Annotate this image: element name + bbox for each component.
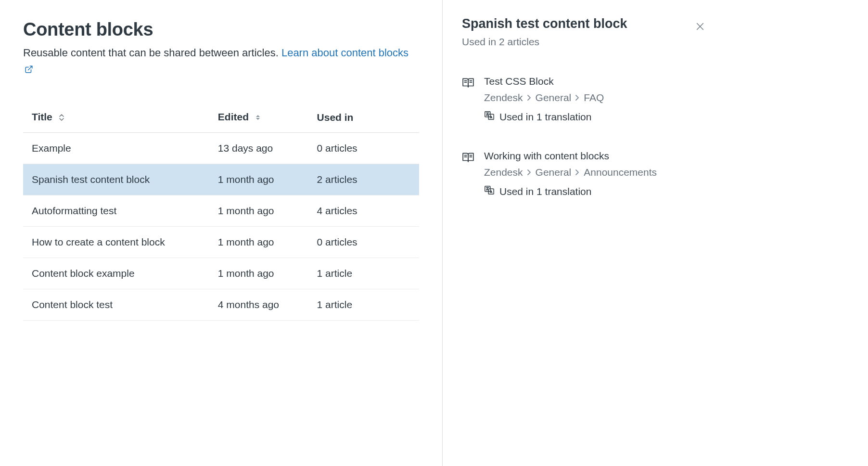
- table-header-usedin[interactable]: Used in: [308, 105, 419, 133]
- translation-text: Used in 1 translation: [499, 111, 591, 123]
- breadcrumb-item: General: [536, 167, 572, 178]
- close-icon: [695, 26, 705, 33]
- table-cell-edited: 4 months ago: [209, 289, 308, 321]
- breadcrumb-item: Zendesk: [484, 92, 523, 104]
- detail-header: Spanish test content block Used in 2 art…: [462, 16, 707, 76]
- article-title: Working with content blocks: [484, 150, 707, 162]
- main-panel: Content blocks Reusable content that can…: [0, 0, 443, 466]
- table-cell-title: How to create a content block: [23, 227, 209, 258]
- table-cell-title: Spanish test content block: [23, 164, 209, 195]
- detail-title: Spanish test content block: [462, 16, 627, 31]
- close-button[interactable]: [693, 19, 707, 35]
- table-row[interactable]: How to create a content block1 month ago…: [23, 227, 419, 258]
- table-cell-edited: 13 days ago: [209, 133, 308, 164]
- learn-link-label: Learn about content blocks: [281, 47, 408, 59]
- table-cell-used_in: 2 articles: [308, 164, 419, 195]
- breadcrumb: ZendeskGeneralAnnouncements: [484, 167, 707, 178]
- table-cell-edited: 1 month ago: [209, 164, 308, 195]
- content-blocks-table: Title Edited Used in: [23, 105, 419, 321]
- table-row[interactable]: Autoformatting test1 month ago4 articles: [23, 195, 419, 227]
- table-cell-title: Example: [23, 133, 209, 164]
- table-row[interactable]: Example13 days ago0 articles: [23, 133, 419, 164]
- article-title: Test CSS Block: [484, 76, 707, 87]
- table-cell-edited: 1 month ago: [209, 258, 308, 289]
- chevron-right-icon: [575, 92, 580, 104]
- table-cell-used_in: 4 articles: [308, 195, 419, 227]
- svg-marker-2: [256, 118, 260, 120]
- table-header-title[interactable]: Title: [23, 105, 209, 133]
- translation-icon: [484, 185, 495, 198]
- table-cell-used_in: 0 articles: [308, 133, 419, 164]
- table-header-edited[interactable]: Edited: [209, 105, 308, 133]
- sort-icon: [58, 112, 65, 124]
- breadcrumb-item: Zendesk: [484, 167, 523, 178]
- table-cell-title: Content block example: [23, 258, 209, 289]
- page-title: Content blocks: [23, 19, 419, 40]
- page-subtitle: Reusable content that can be shared betw…: [23, 45, 419, 78]
- chevron-right-icon: [527, 167, 532, 178]
- book-icon: [462, 77, 474, 123]
- svg-line-0: [28, 66, 32, 70]
- breadcrumb-item: FAQ: [584, 92, 604, 104]
- svg-marker-1: [256, 115, 260, 117]
- detail-panel: Spanish test content block Used in 2 art…: [443, 0, 727, 466]
- table-cell-used_in: 1 article: [308, 258, 419, 289]
- translation-icon: [484, 110, 495, 123]
- table-row[interactable]: Content block example1 month ago1 articl…: [23, 258, 419, 289]
- chevron-right-icon: [527, 92, 532, 104]
- breadcrumb-item: Announcements: [584, 167, 657, 178]
- external-link-icon: [25, 62, 33, 78]
- th-title-label: Title: [32, 111, 52, 122]
- app-layout: Content blocks Reusable content that can…: [0, 0, 868, 466]
- translation-line: Used in 1 translation: [484, 185, 707, 198]
- table-cell-edited: 1 month ago: [209, 195, 308, 227]
- detail-subtitle: Used in 2 articles: [462, 36, 627, 48]
- articles-list: Test CSS BlockZendeskGeneralFAQUsed in 1…: [462, 76, 707, 198]
- subtitle-lead: Reusable content that can be shared betw…: [23, 47, 281, 59]
- article-item[interactable]: Test CSS BlockZendeskGeneralFAQUsed in 1…: [462, 76, 707, 123]
- table-cell-used_in: 1 article: [308, 289, 419, 321]
- table-cell-title: Autoformatting test: [23, 195, 209, 227]
- table-row[interactable]: Content block test4 months ago1 article: [23, 289, 419, 321]
- book-icon: [462, 151, 474, 198]
- table-cell-used_in: 0 articles: [308, 227, 419, 258]
- translation-text: Used in 1 translation: [499, 186, 591, 197]
- chevron-right-icon: [575, 167, 580, 178]
- breadcrumb-item: General: [536, 92, 572, 104]
- translation-line: Used in 1 translation: [484, 110, 707, 123]
- sort-icon: [255, 112, 261, 124]
- breadcrumb: ZendeskGeneralFAQ: [484, 92, 707, 104]
- article-item[interactable]: Working with content blocksZendeskGenera…: [462, 150, 707, 198]
- table-cell-title: Content block test: [23, 289, 209, 321]
- th-usedin-label: Used in: [317, 112, 354, 123]
- th-edited-label: Edited: [218, 111, 249, 122]
- table-cell-edited: 1 month ago: [209, 227, 308, 258]
- table-row[interactable]: Spanish test content block1 month ago2 a…: [23, 164, 419, 195]
